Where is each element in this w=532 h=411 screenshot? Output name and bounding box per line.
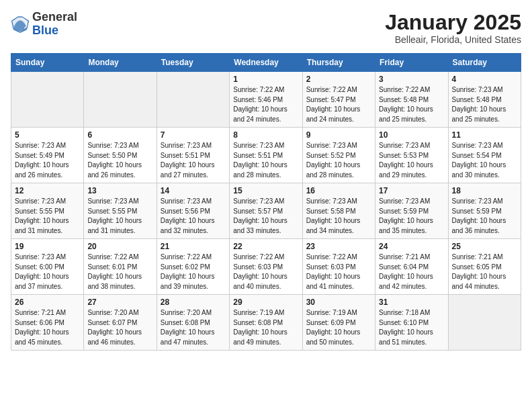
- day-info: Sunrise: 7:23 AM Sunset: 5:50 PM Dayligh…: [87, 141, 152, 180]
- day-info: Sunrise: 7:23 AM Sunset: 5:55 PM Dayligh…: [15, 197, 80, 236]
- day-number: 16: [306, 186, 371, 195]
- day-info: Sunrise: 7:21 AM Sunset: 6:05 PM Dayligh…: [452, 253, 517, 291]
- day-number: 20: [87, 242, 152, 251]
- header-thursday: Thursday: [302, 54, 375, 72]
- day-number: 11: [452, 130, 517, 140]
- calendar-cell: 15Sunrise: 7:23 AM Sunset: 5:57 PM Dayli…: [230, 183, 302, 239]
- calendar-cell: 17Sunrise: 7:23 AM Sunset: 5:59 PM Dayli…: [375, 183, 448, 239]
- calendar-cell: [448, 295, 521, 351]
- calendar-cell: [84, 72, 157, 128]
- logo-blue-text: Blue: [32, 24, 58, 37]
- day-info: Sunrise: 7:23 AM Sunset: 5:48 PM Dayligh…: [452, 85, 517, 124]
- calendar-week-0: 1Sunrise: 7:22 AM Sunset: 5:46 PM Daylig…: [11, 72, 521, 128]
- day-number: 30: [306, 298, 371, 307]
- day-info: Sunrise: 7:21 AM Sunset: 6:04 PM Dayligh…: [379, 253, 444, 291]
- calendar-subtitle: Belleair, Florida, United States: [385, 34, 521, 45]
- calendar-cell: 25Sunrise: 7:21 AM Sunset: 6:05 PM Dayli…: [448, 239, 521, 295]
- day-info: Sunrise: 7:23 AM Sunset: 6:00 PM Dayligh…: [15, 253, 80, 291]
- calendar-cell: 3Sunrise: 7:22 AM Sunset: 5:48 PM Daylig…: [375, 72, 448, 128]
- day-info: Sunrise: 7:22 AM Sunset: 5:47 PM Dayligh…: [306, 85, 371, 124]
- day-number: 31: [379, 298, 444, 307]
- logo: General Blue: [11, 11, 77, 38]
- page-header: General Blue January 2025 Belleair, Flor…: [11, 11, 521, 45]
- calendar-cell: 13Sunrise: 7:23 AM Sunset: 5:55 PM Dayli…: [84, 183, 157, 239]
- day-number: 7: [161, 130, 226, 140]
- day-number: 3: [379, 75, 444, 84]
- calendar-cell: 19Sunrise: 7:23 AM Sunset: 6:00 PM Dayli…: [11, 239, 84, 295]
- calendar-cell: 24Sunrise: 7:21 AM Sunset: 6:04 PM Dayli…: [375, 239, 448, 295]
- calendar-table: SundayMondayTuesdayWednesdayThursdayFrid…: [11, 53, 521, 351]
- day-number: 1: [233, 75, 298, 84]
- calendar-cell: 18Sunrise: 7:23 AM Sunset: 5:59 PM Dayli…: [448, 183, 521, 239]
- title-block: January 2025 Belleair, Florida, United S…: [385, 11, 521, 45]
- logo-general-text: General: [32, 10, 77, 24]
- calendar-cell: 28Sunrise: 7:20 AM Sunset: 6:08 PM Dayli…: [157, 295, 229, 351]
- day-info: Sunrise: 7:23 AM Sunset: 5:56 PM Dayligh…: [161, 197, 226, 236]
- day-info: Sunrise: 7:23 AM Sunset: 5:52 PM Dayligh…: [306, 141, 371, 180]
- logo-icon: [11, 15, 30, 34]
- calendar-cell: 1Sunrise: 7:22 AM Sunset: 5:46 PM Daylig…: [230, 72, 302, 128]
- day-number: 5: [15, 130, 80, 140]
- calendar-cell: 5Sunrise: 7:23 AM Sunset: 5:49 PM Daylig…: [11, 128, 84, 183]
- day-number: 17: [379, 186, 444, 195]
- day-info: Sunrise: 7:20 AM Sunset: 6:07 PM Dayligh…: [87, 308, 152, 347]
- day-number: 23: [306, 242, 371, 251]
- day-info: Sunrise: 7:22 AM Sunset: 5:46 PM Dayligh…: [233, 85, 298, 124]
- day-number: 15: [233, 186, 298, 195]
- calendar-week-3: 19Sunrise: 7:23 AM Sunset: 6:00 PM Dayli…: [11, 239, 521, 295]
- calendar-cell: 8Sunrise: 7:23 AM Sunset: 5:51 PM Daylig…: [230, 128, 302, 183]
- day-info: Sunrise: 7:23 AM Sunset: 5:49 PM Dayligh…: [15, 141, 80, 180]
- day-info: Sunrise: 7:22 AM Sunset: 6:03 PM Dayligh…: [233, 253, 298, 291]
- day-info: Sunrise: 7:22 AM Sunset: 6:03 PM Dayligh…: [306, 253, 371, 291]
- day-number: 27: [87, 298, 152, 307]
- calendar-cell: 16Sunrise: 7:23 AM Sunset: 5:58 PM Dayli…: [302, 183, 375, 239]
- day-info: Sunrise: 7:22 AM Sunset: 6:02 PM Dayligh…: [161, 253, 226, 291]
- calendar-cell: 23Sunrise: 7:22 AM Sunset: 6:03 PM Dayli…: [302, 239, 375, 295]
- calendar-cell: 21Sunrise: 7:22 AM Sunset: 6:02 PM Dayli…: [157, 239, 229, 295]
- calendar-week-2: 12Sunrise: 7:23 AM Sunset: 5:55 PM Dayli…: [11, 183, 521, 239]
- calendar-cell: 20Sunrise: 7:22 AM Sunset: 6:01 PM Dayli…: [84, 239, 157, 295]
- calendar-week-1: 5Sunrise: 7:23 AM Sunset: 5:49 PM Daylig…: [11, 128, 521, 183]
- calendar-cell: [157, 72, 229, 128]
- calendar-cell: 26Sunrise: 7:21 AM Sunset: 6:06 PM Dayli…: [11, 295, 84, 351]
- day-number: 12: [15, 186, 80, 195]
- day-info: Sunrise: 7:19 AM Sunset: 6:09 PM Dayligh…: [306, 308, 371, 347]
- day-info: Sunrise: 7:23 AM Sunset: 5:53 PM Dayligh…: [379, 141, 444, 180]
- day-info: Sunrise: 7:20 AM Sunset: 6:08 PM Dayligh…: [161, 308, 226, 347]
- day-number: 22: [233, 242, 298, 251]
- day-info: Sunrise: 7:23 AM Sunset: 5:54 PM Dayligh…: [452, 141, 517, 180]
- day-number: 28: [161, 298, 226, 307]
- calendar-cell: 22Sunrise: 7:22 AM Sunset: 6:03 PM Dayli…: [230, 239, 302, 295]
- day-info: Sunrise: 7:22 AM Sunset: 5:48 PM Dayligh…: [379, 85, 444, 124]
- day-number: 6: [87, 130, 152, 140]
- day-info: Sunrise: 7:23 AM Sunset: 5:59 PM Dayligh…: [379, 197, 444, 236]
- day-info: Sunrise: 7:23 AM Sunset: 5:51 PM Dayligh…: [233, 141, 298, 180]
- day-number: 24: [379, 242, 444, 251]
- day-number: 14: [161, 186, 226, 195]
- calendar-cell: 4Sunrise: 7:23 AM Sunset: 5:48 PM Daylig…: [448, 72, 521, 128]
- calendar-cell: 10Sunrise: 7:23 AM Sunset: 5:53 PM Dayli…: [375, 128, 448, 183]
- day-number: 21: [161, 242, 226, 251]
- calendar-cell: 30Sunrise: 7:19 AM Sunset: 6:09 PM Dayli…: [302, 295, 375, 351]
- day-info: Sunrise: 7:23 AM Sunset: 5:55 PM Dayligh…: [87, 197, 152, 236]
- calendar-cell: 12Sunrise: 7:23 AM Sunset: 5:55 PM Dayli…: [11, 183, 84, 239]
- header-monday: Monday: [84, 54, 157, 72]
- header-friday: Friday: [375, 54, 448, 72]
- header-saturday: Saturday: [448, 54, 521, 72]
- day-number: 18: [452, 186, 517, 195]
- day-number: 8: [233, 130, 298, 140]
- day-info: Sunrise: 7:23 AM Sunset: 5:51 PM Dayligh…: [161, 141, 226, 180]
- calendar-cell: 2Sunrise: 7:22 AM Sunset: 5:47 PM Daylig…: [302, 72, 375, 128]
- day-number: 26: [15, 298, 80, 307]
- day-info: Sunrise: 7:18 AM Sunset: 6:10 PM Dayligh…: [379, 308, 444, 347]
- day-info: Sunrise: 7:22 AM Sunset: 6:01 PM Dayligh…: [87, 253, 152, 291]
- calendar-header-row: SundayMondayTuesdayWednesdayThursdayFrid…: [11, 54, 521, 72]
- day-number: 2: [306, 75, 371, 84]
- day-info: Sunrise: 7:19 AM Sunset: 6:08 PM Dayligh…: [233, 308, 298, 347]
- calendar-cell: 7Sunrise: 7:23 AM Sunset: 5:51 PM Daylig…: [157, 128, 229, 183]
- day-number: 9: [306, 130, 371, 140]
- calendar-cell: 29Sunrise: 7:19 AM Sunset: 6:08 PM Dayli…: [230, 295, 302, 351]
- day-info: Sunrise: 7:23 AM Sunset: 5:58 PM Dayligh…: [306, 197, 371, 236]
- calendar-cell: 6Sunrise: 7:23 AM Sunset: 5:50 PM Daylig…: [84, 128, 157, 183]
- calendar-cell: [11, 72, 84, 128]
